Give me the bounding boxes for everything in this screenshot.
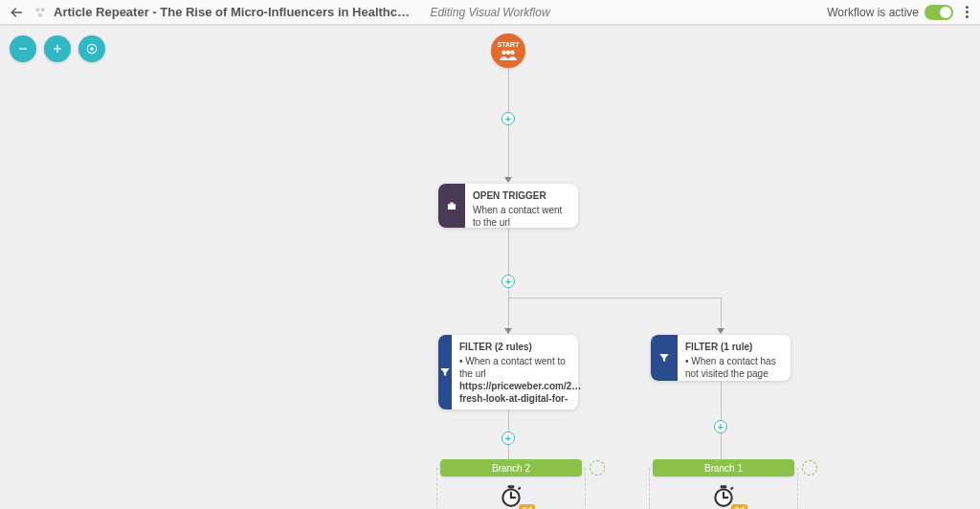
branch-header-right[interactable]: Branch 1 <box>653 459 794 476</box>
trigger-body: OPEN TRIGGER When a contact went to the … <box>465 184 578 228</box>
delay-node-right[interactable]: 3d <box>707 483 740 509</box>
filter-icon <box>651 335 678 381</box>
branch-right-label: Branch 1 <box>704 463 743 474</box>
briefcase-icon <box>438 184 465 228</box>
header-right: Workflow is active <box>827 5 974 20</box>
filter-left-body: FILTER (2 rules) • When a contact went t… <box>452 335 589 409</box>
filter-card-right[interactable]: FILTER (1 rule) • When a contact has not… <box>651 335 791 381</box>
add-step-button[interactable]: + <box>501 432 515 445</box>
connector <box>508 298 721 299</box>
svg-line-18 <box>519 487 521 489</box>
svg-rect-13 <box>450 203 454 205</box>
people-icon <box>500 48 517 61</box>
svg-point-10 <box>506 50 511 55</box>
svg-point-3 <box>38 12 42 16</box>
center-view-button[interactable] <box>78 35 105 62</box>
add-step-button[interactable]: + <box>501 112 515 125</box>
svg-point-1 <box>35 8 39 11</box>
filter-right-title: FILTER (1 rule) <box>685 341 783 353</box>
add-step-button[interactable]: + <box>714 420 727 433</box>
add-step-button[interactable]: + <box>501 275 515 288</box>
filter-right-body: FILTER (1 rule) • When a contact has not… <box>678 335 791 381</box>
delay-node-left[interactable]: 3d <box>495 483 527 509</box>
workflow-active-toggle[interactable] <box>924 5 953 20</box>
start-label: START <box>498 41 520 48</box>
branch-header-left[interactable]: Branch 2 <box>440 459 582 476</box>
workflow-icon <box>31 3 50 22</box>
connector <box>721 298 722 330</box>
page-title: Article Repeater - The Rise of Micro-Inf… <box>54 5 410 19</box>
filter-left-title: FILTER (2 rules) <box>459 341 581 353</box>
trigger-desc: When a contact went to the url <box>473 204 570 229</box>
editing-status: Editing Visual Workflow <box>430 6 549 19</box>
svg-point-9 <box>501 50 506 55</box>
canvas-tools <box>10 35 105 62</box>
arrow-icon <box>504 177 512 183</box>
filter-left-bullet: • When a contact went to the url <box>459 355 581 380</box>
trigger-card[interactable]: OPEN TRIGGER When a contact went to the … <box>438 184 578 228</box>
start-node[interactable]: START <box>491 33 525 68</box>
filter-card-left[interactable]: FILTER (2 rules) • When a contact went t… <box>438 335 578 409</box>
svg-point-7 <box>90 47 94 51</box>
workflow-active-label: Workflow is active <box>827 6 919 19</box>
branch-add-right[interactable] <box>802 460 817 476</box>
branch-left-label: Branch 2 <box>492 463 530 474</box>
workflow-canvas[interactable]: START + OPEN TRIGGER When a contact went… <box>0 25 980 509</box>
delay-badge: 3d <box>731 504 747 509</box>
svg-rect-6 <box>56 45 57 53</box>
svg-line-23 <box>731 487 733 489</box>
back-button[interactable] <box>6 2 27 23</box>
more-menu-button[interactable] <box>959 5 974 20</box>
filter-icon <box>438 335 452 409</box>
svg-rect-12 <box>448 204 456 210</box>
svg-rect-4 <box>19 48 27 49</box>
filter-right-desc: • When a contact has not visited the pag… <box>685 355 783 380</box>
svg-point-11 <box>510 50 515 55</box>
branch-add-left[interactable] <box>590 460 605 476</box>
connector <box>508 298 509 330</box>
arrow-icon <box>717 328 724 334</box>
delay-badge: 3d <box>519 504 535 509</box>
arrow-icon <box>504 328 512 334</box>
svg-rect-22 <box>721 485 727 488</box>
svg-rect-17 <box>508 485 515 488</box>
zoom-in-button[interactable] <box>44 35 71 62</box>
zoom-out-button[interactable] <box>10 35 36 62</box>
filter-left-url: https://priceweber.com/2… fresh-look-at-… <box>459 380 581 405</box>
svg-point-2 <box>41 8 45 11</box>
trigger-title: OPEN TRIGGER <box>473 189 570 202</box>
top-header: Article Repeater - The Rise of Micro-Inf… <box>0 0 980 25</box>
